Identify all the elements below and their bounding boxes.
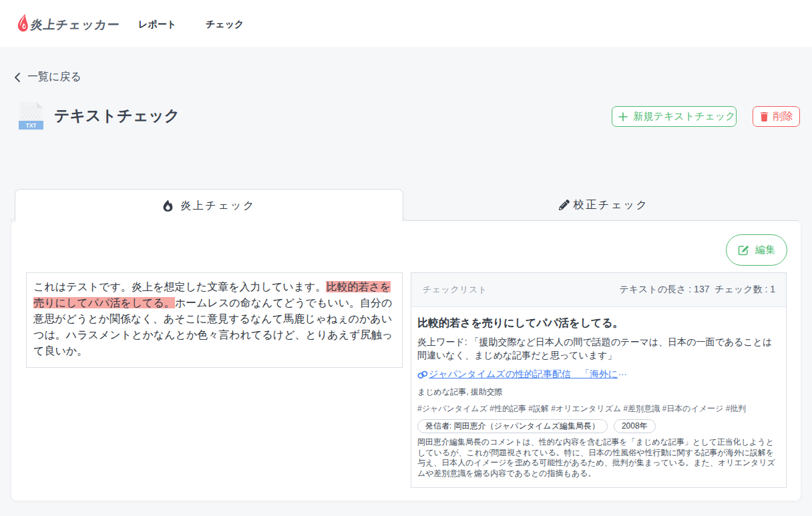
svg-text:TXT: TXT [25,122,37,129]
